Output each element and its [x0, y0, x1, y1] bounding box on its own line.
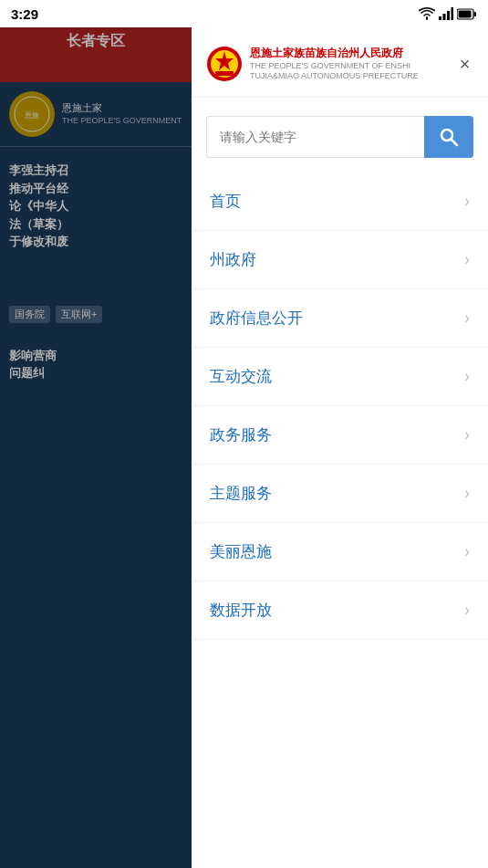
drawer-title-line1: 恩施土家族苗族自治州人民政府	[250, 46, 456, 61]
search-button[interactable]	[424, 116, 473, 158]
svg-line-15	[452, 140, 458, 146]
wifi-icon	[419, 7, 435, 20]
drawer-panel: 恩施土家族苗族自治州人民政府 THE PEOPLE'S GOVERNMENT O…	[192, 0, 488, 868]
svg-rect-2	[447, 11, 450, 20]
chevron-icon-0: ›	[464, 192, 470, 211]
menu-item-5[interactable]: 主题服务 ›	[192, 465, 488, 523]
svg-rect-12	[215, 71, 234, 74]
menu-label-3: 互动交流	[210, 366, 272, 387]
government-emblem	[206, 46, 243, 82]
svg-rect-1	[443, 14, 446, 20]
status-icons	[419, 7, 477, 20]
menu-item-2[interactable]: 政府信息公开 ›	[192, 289, 488, 348]
chevron-icon-1: ›	[464, 250, 470, 269]
chevron-icon-3: ›	[464, 367, 470, 386]
menu-item-7[interactable]: 数据开放 ›	[192, 581, 488, 640]
svg-rect-3	[452, 7, 454, 20]
menu-item-3[interactable]: 互动交流 ›	[192, 348, 488, 406]
menu-item-4[interactable]: 政务服务 ›	[192, 406, 488, 465]
menu-list: 首页 › 州政府 › 政府信息公开 › 互动交流 › 政务服务 › 主题服务 ›…	[192, 173, 488, 868]
chevron-icon-6: ›	[464, 542, 470, 561]
svg-rect-6	[459, 10, 472, 17]
menu-label-0: 首页	[210, 191, 241, 212]
chevron-icon-4: ›	[464, 425, 470, 444]
menu-item-6[interactable]: 美丽恩施 ›	[192, 523, 488, 581]
close-button[interactable]: ×	[456, 51, 473, 77]
menu-label-7: 数据开放	[210, 600, 272, 621]
drawer-title-block: 恩施土家族苗族自治州人民政府 THE PEOPLE'S GOVERNMENT O…	[250, 46, 456, 82]
menu-item-0[interactable]: 首页 ›	[192, 173, 488, 231]
svg-rect-5	[474, 12, 477, 16]
chevron-icon-2: ›	[464, 309, 470, 328]
drawer-logo-area: 恩施土家族苗族自治州人民政府 THE PEOPLE'S GOVERNMENT O…	[206, 46, 456, 82]
menu-label-1: 州政府	[210, 249, 256, 270]
drawer-title-line2: THE PEOPLE'S GOVERNMENT OF ENSHI TUJIA&M…	[250, 61, 456, 82]
svg-rect-13	[213, 74, 236, 76]
menu-item-1[interactable]: 州政府 ›	[192, 231, 488, 289]
status-bar: 3:29	[0, 0, 488, 27]
chevron-icon-5: ›	[464, 484, 470, 503]
battery-icon	[457, 8, 477, 20]
chevron-icon-7: ›	[464, 601, 470, 620]
search-input[interactable]	[206, 116, 424, 158]
signal-icon	[439, 7, 453, 20]
svg-rect-0	[439, 16, 441, 20]
menu-label-2: 政府信息公开	[210, 308, 303, 329]
search-bar	[192, 98, 488, 173]
menu-label-4: 政务服务	[210, 424, 272, 445]
search-icon	[439, 127, 459, 147]
status-time: 3:29	[11, 6, 38, 22]
menu-label-5: 主题服务	[210, 483, 272, 504]
menu-label-6: 美丽恩施	[210, 541, 272, 562]
